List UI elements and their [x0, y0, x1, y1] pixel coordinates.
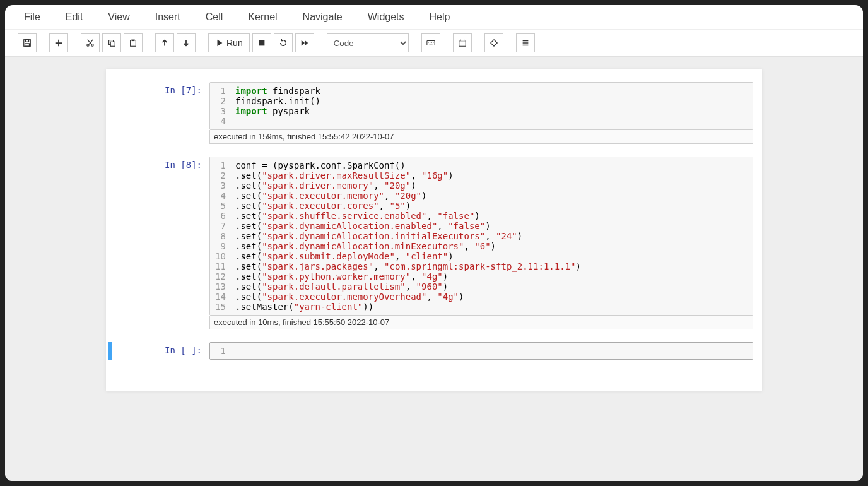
- stop-icon: [257, 39, 266, 47]
- arrow-up-icon: [160, 39, 169, 47]
- copy-icon: [107, 39, 116, 47]
- svg-rect-16: [259, 40, 264, 46]
- command-palette-button[interactable]: [421, 33, 440, 52]
- cut-button[interactable]: [81, 33, 100, 52]
- menu-kernel[interactable]: Kernel: [248, 11, 277, 23]
- menubar: File Edit View Insert Cell Kernel Naviga…: [5, 5, 863, 30]
- input-prompt: In [7]:: [115, 82, 209, 95]
- calendar-button[interactable]: [453, 33, 472, 52]
- interrupt-button[interactable]: [252, 33, 271, 52]
- plus-icon: [54, 39, 63, 47]
- svg-rect-10: [110, 42, 115, 46]
- input-prompt: In [8]:: [115, 157, 209, 170]
- menu-widgets[interactable]: Widgets: [368, 11, 404, 23]
- variable-inspector-button[interactable]: [484, 33, 503, 52]
- copy-button[interactable]: [102, 33, 121, 52]
- execution-info: executed in 159ms, finished 15:55:42 202…: [209, 130, 753, 144]
- code-cell[interactable]: In [8]:123456789101112131415conf = (pysp…: [115, 157, 753, 329]
- menu-help[interactable]: Help: [430, 11, 450, 23]
- arrow-down-icon: [182, 39, 191, 47]
- menu-insert[interactable]: Insert: [155, 11, 180, 23]
- input-prompt: In [ ]:: [115, 342, 209, 355]
- input-area[interactable]: 123456789101112131415conf = (pyspark.con…: [209, 157, 753, 316]
- restart-icon: [279, 39, 288, 47]
- menu-edit[interactable]: Edit: [66, 11, 83, 23]
- save-icon: [23, 39, 32, 47]
- save-button[interactable]: [18, 33, 37, 52]
- play-icon: [215, 39, 224, 47]
- code-cell[interactable]: In [7]:1234import findsparkfindspark.ini…: [115, 82, 753, 144]
- svg-rect-19: [427, 41, 435, 45]
- restart-button[interactable]: [274, 33, 293, 52]
- diamond-icon: [490, 39, 498, 47]
- menu-file[interactable]: File: [24, 11, 40, 23]
- toolbar: Run Code: [5, 30, 863, 57]
- menu-navigate[interactable]: Navigate: [303, 11, 343, 23]
- jupyter-window: File Edit View Insert Cell Kernel Naviga…: [5, 5, 863, 481]
- svg-marker-29: [490, 40, 497, 47]
- run-label: Run: [226, 38, 243, 48]
- notebook-scroll-area[interactable]: In [7]:1234import findsparkfindspark.ini…: [5, 57, 863, 481]
- code-editor[interactable]: import findsparkfindspark.init()import p…: [230, 83, 753, 129]
- input-area[interactable]: 1234import findsparkfindspark.init()impo…: [209, 82, 753, 130]
- svg-rect-25: [459, 40, 466, 47]
- svg-marker-17: [301, 40, 304, 46]
- notebook: In [7]:1234import findsparkfindspark.ini…: [106, 69, 762, 391]
- menu-view[interactable]: View: [108, 11, 129, 23]
- code-editor[interactable]: [230, 343, 753, 359]
- run-button[interactable]: Run: [208, 33, 250, 52]
- code-editor[interactable]: conf = (pyspark.conf.SparkConf().set("sp…: [230, 157, 753, 315]
- restart-run-all-button[interactable]: [295, 33, 314, 52]
- move-down-button[interactable]: [177, 33, 196, 52]
- svg-marker-15: [218, 40, 223, 47]
- line-gutter: 1234: [210, 83, 230, 129]
- keyboard-icon: [426, 39, 435, 47]
- scissors-icon: [86, 39, 95, 47]
- list-icon: [521, 39, 530, 47]
- paste-icon: [129, 39, 138, 47]
- move-up-button[interactable]: [155, 33, 174, 52]
- line-gutter: 123456789101112131415: [210, 157, 230, 315]
- toc-button[interactable]: [516, 33, 535, 52]
- menu-cell[interactable]: Cell: [206, 11, 223, 23]
- paste-button[interactable]: [124, 33, 143, 52]
- input-area[interactable]: 1: [209, 342, 753, 360]
- line-gutter: 1: [210, 343, 230, 359]
- svg-rect-1: [25, 40, 28, 42]
- execution-info: executed in 10ms, finished 15:55:50 2022…: [209, 316, 753, 329]
- calendar-icon: [458, 39, 467, 47]
- svg-marker-18: [305, 40, 308, 46]
- celltype-select[interactable]: Code: [327, 33, 409, 52]
- svg-rect-2: [25, 44, 30, 46]
- fast-forward-icon: [300, 39, 309, 47]
- add-cell-button[interactable]: [49, 33, 68, 52]
- code-cell[interactable]: In [ ]:1: [115, 342, 753, 360]
